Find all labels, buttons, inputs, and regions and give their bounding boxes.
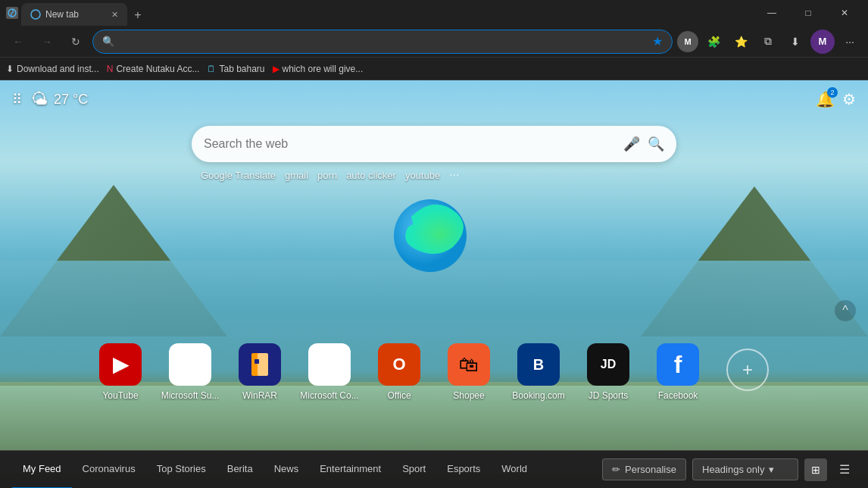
settings-more-button[interactable]: ··· xyxy=(838,30,862,54)
address-bar[interactable]: 🔍 ★ xyxy=(92,30,673,54)
quicklink-microsoftco-label: Microsoft Co... xyxy=(299,390,360,401)
notification-badge: 2 xyxy=(827,87,838,98)
header-right: 🔔 2 ⚙ xyxy=(816,90,856,108)
page-settings-button[interactable]: ⚙ xyxy=(842,90,856,108)
favitem-favicon: ▶ xyxy=(273,64,279,74)
feed-bar: My Feed Coronavirus Top Stories Berita N… xyxy=(0,450,868,488)
favitem-youtube[interactable]: ▶ which ore will give... xyxy=(273,64,364,74)
weather-icon: 🌤 xyxy=(31,89,48,109)
quicklink-booking[interactable]: B Booking.com xyxy=(508,343,569,401)
quicklink-youtube[interactable]: ▶ YouTube xyxy=(90,343,151,401)
quicklink-jd[interactable]: JD JD Sports xyxy=(578,343,639,401)
notifications-button[interactable]: 🔔 2 xyxy=(816,90,835,108)
quicklink-jd-label: JD Sports xyxy=(578,390,639,401)
favitem-label: Tab baharu xyxy=(219,64,264,74)
tab-close-button[interactable]: ✕ xyxy=(111,10,118,20)
tab-title: New tab xyxy=(45,9,107,20)
feed-right-controls: ✏ Personalise Headings only ▾ ⊞ ☰ xyxy=(602,458,856,481)
headings-dropdown[interactable]: Headings only ▾ xyxy=(692,458,798,480)
search-button[interactable]: 🔍 xyxy=(648,136,664,152)
microsoft-icon xyxy=(169,343,211,386)
youtube-icon: ▶ xyxy=(113,353,128,377)
mic-icon[interactable]: 🎤 xyxy=(623,136,640,152)
address-input[interactable] xyxy=(119,36,648,47)
favitem-download[interactable]: ⬇ Download and inst... xyxy=(6,64,99,74)
forward-button[interactable]: → xyxy=(35,30,59,54)
feed-tabs: My Feed Coronavirus Top Stories Berita N… xyxy=(12,451,602,489)
search-input[interactable] xyxy=(204,137,616,151)
feed-tab-entertainment[interactable]: Entertainment xyxy=(309,451,392,489)
tab-bar: New tab ✕ + xyxy=(21,0,751,26)
quicklink-winrar[interactable]: WinRAR xyxy=(229,343,290,401)
extensions-icon[interactable]: 🧩 xyxy=(701,30,726,54)
add-quicklink-button[interactable]: + xyxy=(726,349,769,391)
more-suggestions-dots[interactable]: ··· xyxy=(449,168,459,182)
favitem-favicon: ⬇ xyxy=(6,64,14,74)
quicklink-shopee[interactable]: 🛍 Shopee xyxy=(439,343,499,401)
favitem-label: Create Nutaku Acc... xyxy=(116,64,199,74)
weather-widget[interactable]: 🌤 27 °C xyxy=(31,89,88,109)
profile-initial: M xyxy=(819,36,827,47)
refresh-button[interactable]: ↻ xyxy=(64,30,88,54)
favorites-icon[interactable]: ★ xyxy=(652,34,663,48)
suggest-gmail[interactable]: gmail xyxy=(285,170,308,181)
quicklink-shopee-label: Shopee xyxy=(439,390,499,401)
quicklink-add[interactable]: + xyxy=(717,349,778,396)
new-tab-button[interactable]: + xyxy=(127,5,148,26)
favorites-bar: ⬇ Download and inst... N Create Nutaku A… xyxy=(0,58,868,80)
search-suggestions: Google Translate gmail porn auto clicker… xyxy=(192,168,676,182)
quicklink-facebook[interactable]: f Facebook xyxy=(648,343,708,401)
suggest-google-translate[interactable]: Google Translate xyxy=(201,170,276,181)
microsoftco-icon xyxy=(308,343,351,386)
feed-tab-esports[interactable]: Esports xyxy=(436,451,491,489)
search-icon: 🔍 xyxy=(102,36,114,47)
feed-tab-world[interactable]: World xyxy=(491,451,538,489)
suggest-youtube[interactable]: youtube xyxy=(405,170,440,181)
personalise-button[interactable]: ✏ Personalise xyxy=(602,458,686,480)
quicklink-microsoft[interactable]: Microsoft Su... xyxy=(160,343,220,401)
facebook-icon: f xyxy=(657,343,699,386)
quicklink-youtube-label: YouTube xyxy=(90,390,151,401)
grid-view-button[interactable]: ⊞ xyxy=(804,458,827,481)
downloads-icon[interactable]: ⬇ xyxy=(783,30,807,54)
quicklink-booking-label: Booking.com xyxy=(508,390,569,401)
feed-tab-coronavirus[interactable]: Coronavirus xyxy=(72,451,146,489)
close-button[interactable]: ✕ xyxy=(827,2,862,24)
personalise-label: Personalise xyxy=(625,464,676,475)
quicklinks: ▶ YouTube Microsoft Su... WinR xyxy=(90,343,778,401)
suggest-porn[interactable]: porn xyxy=(317,170,337,181)
favorites-bar-icon[interactable]: ⭐ xyxy=(729,30,753,54)
feed-tab-news[interactable]: News xyxy=(264,451,310,489)
suggest-auto-clicker[interactable]: auto clicker xyxy=(346,170,396,181)
maximize-button[interactable]: □ xyxy=(791,2,826,24)
quicklink-office-label: Office xyxy=(369,390,429,401)
feed-menu-button[interactable]: ☰ xyxy=(833,458,856,481)
collapse-button[interactable]: ^ xyxy=(835,300,856,321)
search-box[interactable]: 🎤 🔍 xyxy=(192,126,676,162)
back-button[interactable]: ← xyxy=(6,30,30,54)
favitem-nutaku[interactable]: N Create Nutaku Acc... xyxy=(107,64,200,74)
active-tab[interactable]: New tab ✕ xyxy=(21,3,127,26)
browser-icon xyxy=(6,7,18,19)
minimize-button[interactable]: — xyxy=(754,2,789,24)
search-area: 🎤 🔍 Google Translate gmail porn auto cli… xyxy=(192,126,676,182)
shopee-icon: 🛍 xyxy=(448,343,490,386)
apps-grid-button[interactable]: ⠿ xyxy=(12,91,22,108)
feed-tab-myfeed[interactable]: My Feed xyxy=(12,451,72,489)
quicklink-facebook-label: Facebook xyxy=(648,390,708,401)
newtab-header: ⠿ 🌤 27 °C 🔔 2 ⚙ xyxy=(0,80,868,118)
profile-button[interactable]: M xyxy=(810,30,835,54)
feed-tab-sport[interactable]: Sport xyxy=(392,451,436,489)
favitem-tabmenu[interactable]: 🗒 Tab baharu xyxy=(207,64,264,74)
personalise-icon: ✏ xyxy=(612,464,620,475)
split-screen-icon[interactable]: ⧉ xyxy=(756,30,780,54)
feed-tab-berita[interactable]: Berita xyxy=(217,451,264,489)
quicklink-office[interactable]: O Office xyxy=(369,343,429,401)
address-bar-row: ← → ↻ 🔍 ★ M 🧩 ⭐ ⧉ ⬇ M ··· xyxy=(0,26,868,58)
quicklink-microsoftco[interactable]: Microsoft Co... xyxy=(299,343,360,401)
window-controls: — □ ✕ xyxy=(754,2,862,24)
quicklink-microsoft-label: Microsoft Su... xyxy=(160,390,220,401)
chevron-down-icon: ▾ xyxy=(769,464,774,475)
bing-rewards-icon[interactable]: M xyxy=(677,31,698,52)
feed-tab-topstories[interactable]: Top Stories xyxy=(146,451,217,489)
